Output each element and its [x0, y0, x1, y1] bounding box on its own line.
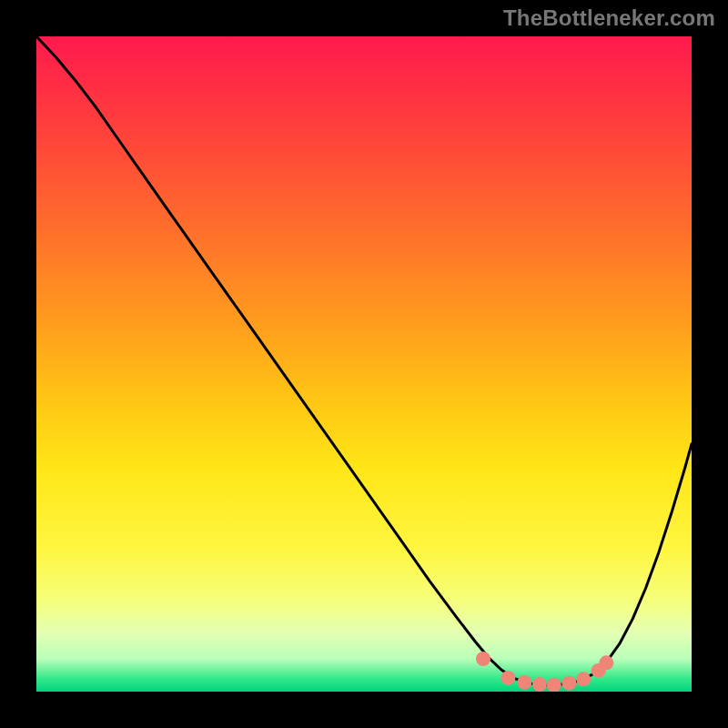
marker-dot: [576, 672, 591, 686]
plot-area: [36, 36, 692, 692]
marker-dot: [561, 676, 576, 691]
curve-layer: [36, 36, 692, 692]
marker-dot: [599, 655, 613, 670]
marker-dot: [500, 671, 515, 685]
chart-frame: TheBottleneker.com: [0, 0, 728, 728]
marker-dot: [476, 652, 490, 666]
marker-dot: [517, 675, 531, 690]
bottleneck-curve: [36, 36, 692, 685]
marker-dot: [532, 677, 547, 692]
optimal-markers: [476, 652, 613, 692]
marker-dot: [547, 678, 561, 692]
watermark-text: TheBottleneker.com: [503, 5, 715, 31]
